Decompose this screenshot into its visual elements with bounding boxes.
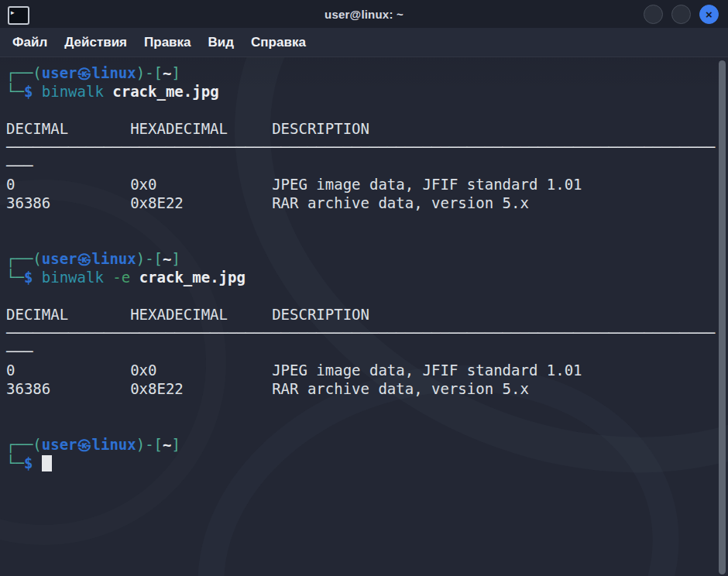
close-icon: × bbox=[706, 9, 713, 20]
table-rule-wrap: ─── bbox=[6, 342, 728, 361]
blank-line bbox=[6, 231, 728, 249]
table-header-row: DECIMALHEXADECIMALDESCRIPTION bbox=[6, 305, 728, 324]
cell-description: RAR archive data, version 5.x bbox=[272, 380, 529, 397]
prompt-path: ~ bbox=[163, 64, 171, 81]
column-decimal: DECIMAL bbox=[6, 305, 130, 324]
prompt-dollar: $ bbox=[24, 454, 33, 471]
command-text: binwalk bbox=[42, 269, 104, 286]
menu-item-file[interactable]: Файл bbox=[4, 35, 56, 50]
table-rule: ────────────────────────────────────────… bbox=[6, 324, 728, 342]
prompt-dollar: $ bbox=[24, 269, 33, 286]
cell-description: RAR archive data, version 5.x bbox=[272, 194, 529, 211]
prompt-path: ~ bbox=[163, 436, 171, 453]
terminal-output: ┌──(user㉿linux)-[~] └─$binwalkcrack_me.j… bbox=[0, 57, 728, 472]
close-button[interactable]: × bbox=[699, 5, 719, 24]
blank-line bbox=[6, 398, 728, 417]
cell-decimal: 0 bbox=[6, 361, 130, 379]
command-line: └─$binwalk-ecrack_me.jpg bbox=[6, 268, 728, 286]
column-description: DESCRIPTION bbox=[272, 306, 369, 323]
cell-description: JPEG image data, JFIF standard 1.01 bbox=[272, 176, 582, 193]
maximize-button[interactable] bbox=[671, 5, 691, 24]
cell-decimal: 0 bbox=[6, 175, 130, 194]
column-description: DESCRIPTION bbox=[272, 120, 369, 137]
prompt-line-top: ┌──(user㉿linux)-[~] bbox=[6, 63, 728, 82]
prompt-frame: └─ bbox=[6, 83, 24, 100]
prompt-frame: └─ bbox=[6, 269, 24, 286]
blank-line bbox=[6, 101, 728, 119]
prompt-frame: )-[ bbox=[136, 250, 163, 267]
prompt-user-host: user㉿linux bbox=[42, 64, 136, 81]
cell-hexadecimal: 0x0 bbox=[130, 175, 272, 194]
prompt-frame: )-[ bbox=[136, 436, 163, 453]
prompt-frame: ] bbox=[172, 250, 180, 267]
menu-item-actions[interactable]: Действия bbox=[56, 35, 136, 50]
window-title: user@linux: ~ bbox=[0, 8, 728, 21]
menu-item-view[interactable]: Вид bbox=[200, 35, 243, 50]
window-buttons: × bbox=[644, 5, 719, 24]
table-row: 00x0JPEG image data, JFIF standard 1.01 bbox=[6, 361, 728, 379]
command-argument: crack_me.jpg bbox=[139, 269, 246, 286]
column-decimal: DECIMAL bbox=[6, 119, 130, 138]
prompt-frame: └─ bbox=[6, 454, 24, 471]
terminal-cursor bbox=[42, 455, 52, 471]
prompt-frame: ] bbox=[172, 64, 180, 81]
prompt-line-top: ┌──(user㉿linux)-[~] bbox=[6, 435, 728, 454]
command-text: binwalk bbox=[42, 83, 104, 100]
terminal-window: ▸ user@linux: ~ × Файл Действия Правка В… bbox=[0, 0, 728, 576]
cell-decimal: 36386 bbox=[6, 194, 130, 212]
scrollbar-thumb[interactable] bbox=[719, 60, 726, 574]
table-row: 00x0JPEG image data, JFIF standard 1.01 bbox=[6, 175, 728, 194]
blank-line bbox=[6, 212, 728, 231]
cell-hexadecimal: 0x8E22 bbox=[130, 379, 272, 398]
command-flag: -e bbox=[112, 269, 130, 286]
terminal-icon-glyph: ▸ bbox=[11, 9, 15, 16]
menu-bar: Файл Действия Правка Вид Справка bbox=[0, 28, 728, 57]
cell-hexadecimal: 0x8E22 bbox=[130, 194, 272, 212]
prompt-user-host: user㉿linux bbox=[42, 436, 136, 453]
table-row: 363860x8E22RAR archive data, version 5.x bbox=[6, 194, 728, 212]
blank-line bbox=[6, 417, 728, 435]
table-rule-wrap: ─── bbox=[6, 156, 728, 175]
terminal-icon: ▸ bbox=[8, 6, 29, 25]
cell-decimal: 36386 bbox=[6, 379, 130, 398]
title-bar: ▸ user@linux: ~ × bbox=[0, 0, 728, 28]
column-hexadecimal: HEXADECIMAL bbox=[130, 119, 272, 138]
menu-item-help[interactable]: Справка bbox=[242, 35, 314, 50]
table-rule: ────────────────────────────────────────… bbox=[6, 138, 728, 156]
prompt-path: ~ bbox=[163, 250, 171, 267]
column-hexadecimal: HEXADECIMAL bbox=[130, 305, 272, 324]
command-argument: crack_me.jpg bbox=[112, 83, 218, 100]
table-header-row: DECIMALHEXADECIMALDESCRIPTION bbox=[6, 119, 728, 138]
cell-hexadecimal: 0x0 bbox=[130, 361, 272, 379]
prompt-line-top: ┌──(user㉿linux)-[~] bbox=[6, 249, 728, 268]
menu-item-edit[interactable]: Правка bbox=[136, 35, 199, 50]
prompt-frame: ┌──( bbox=[6, 250, 42, 267]
table-row: 363860x8E22RAR archive data, version 5.x bbox=[6, 379, 728, 398]
prompt-frame: )-[ bbox=[136, 64, 163, 81]
cell-description: JPEG image data, JFIF standard 1.01 bbox=[272, 362, 582, 379]
prompt-frame: ┌──( bbox=[6, 436, 42, 453]
prompt-frame: ] bbox=[172, 436, 180, 453]
prompt-dollar: $ bbox=[24, 83, 33, 100]
minimize-button[interactable] bbox=[644, 5, 663, 24]
prompt-frame: ┌──( bbox=[6, 64, 42, 81]
prompt-user-host: user㉿linux bbox=[42, 250, 136, 267]
command-line-current[interactable]: └─$ bbox=[6, 454, 728, 472]
command-line: └─$binwalkcrack_me.jpg bbox=[6, 82, 728, 101]
blank-line bbox=[6, 286, 728, 305]
